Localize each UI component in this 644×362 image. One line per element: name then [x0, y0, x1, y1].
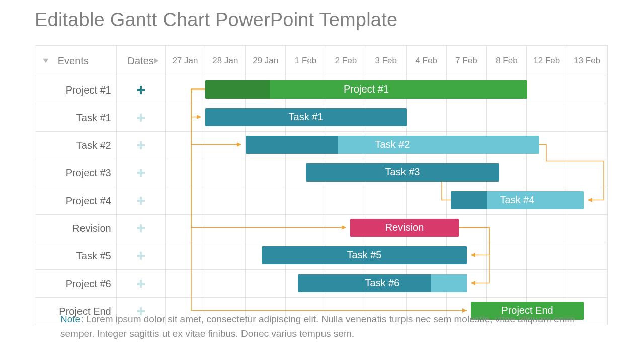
row-expand[interactable]	[117, 132, 166, 159]
row-expand[interactable]	[117, 242, 166, 269]
col-header-day: 28 Jan	[205, 46, 246, 76]
grid-cell	[246, 187, 286, 214]
gantt-bar-tail	[431, 274, 467, 292]
gantt-row: Revision	[35, 214, 607, 242]
row-expand[interactable]	[117, 215, 166, 242]
grid-cell	[166, 215, 206, 242]
gantt-bar[interactable]: Task #6	[298, 274, 467, 292]
plus-icon[interactable]	[136, 113, 145, 122]
plus-icon[interactable]	[136, 196, 145, 205]
gantt-bar-progress	[451, 191, 487, 209]
row-label: Project #4	[35, 187, 117, 214]
plus-icon[interactable]	[136, 168, 145, 177]
col-header-dates: Dates	[117, 46, 166, 76]
gantt-bar[interactable]: Project #1	[205, 80, 527, 99]
col-header-day: 1 Feb	[286, 46, 326, 76]
grid-cell	[205, 187, 246, 214]
row-label: Task #2	[35, 132, 117, 159]
plus-icon[interactable]	[136, 141, 145, 150]
chevron-down-icon[interactable]	[42, 57, 49, 64]
gantt-bar-label: Task #5	[347, 249, 382, 261]
col-header-events-label: Events	[58, 55, 89, 67]
grid-cell	[567, 132, 607, 159]
row-expand[interactable]	[117, 270, 166, 297]
grid-cell	[527, 215, 567, 242]
plus-icon[interactable]	[136, 251, 145, 260]
grid-cell	[205, 132, 246, 159]
footnote-body: Lorem ipsum dolor sit amet, consectetur …	[60, 314, 575, 339]
grid-cell	[527, 270, 567, 297]
grid-cell	[407, 104, 447, 131]
grid-cell	[407, 187, 447, 214]
grid-cell	[166, 104, 206, 131]
col-header-day: 2 Feb	[326, 46, 366, 76]
gantt-bar-progress	[246, 136, 338, 154]
gantt-bar-label: Task #2	[375, 139, 410, 150]
gantt-bar[interactable]: Task #3	[306, 163, 499, 182]
grid-cell	[246, 215, 286, 242]
row-label: Project #6	[35, 270, 117, 297]
col-header-day: 12 Feb	[527, 46, 567, 76]
grid-cell	[205, 215, 246, 242]
grid-cell	[205, 242, 246, 269]
grid-cell	[487, 242, 527, 269]
grid-cell	[286, 215, 326, 242]
gantt-bar-label: Task #1	[289, 111, 324, 123]
col-header-dates-label: Dates	[128, 55, 154, 67]
gantt-bar-label: Task #3	[385, 166, 420, 178]
gantt-bar-label: Task #6	[365, 277, 400, 289]
plus-icon[interactable]	[136, 224, 145, 233]
gantt-chart: Events Dates 27 Jan28 Jan29 Jan1 Feb2 Fe…	[35, 45, 608, 325]
grid-cell	[166, 132, 206, 159]
row-label: Revision	[35, 215, 117, 242]
row-label: Project #1	[35, 76, 117, 104]
grid-cell	[246, 270, 286, 297]
grid-cell	[326, 187, 366, 214]
grid-cell	[166, 159, 206, 187]
row-label: Task #5	[35, 242, 117, 269]
grid-cell	[487, 270, 527, 297]
grid-cell	[286, 187, 326, 214]
plus-icon[interactable]	[136, 279, 145, 288]
grid-cell	[567, 76, 607, 104]
gantt-bar[interactable]: Revision	[350, 219, 459, 237]
plus-icon[interactable]	[136, 85, 145, 95]
grid-cell	[166, 270, 206, 297]
grid-cell	[567, 159, 607, 187]
grid-cell	[567, 270, 607, 297]
col-header-day: 29 Jan	[246, 46, 286, 76]
grid-cell	[567, 104, 607, 131]
col-header-day: 27 Jan	[166, 46, 206, 76]
col-header-day: 4 Feb	[407, 46, 447, 76]
grid-cell	[527, 104, 567, 131]
gantt-bar[interactable]: Task #5	[262, 246, 467, 264]
grid-cell	[166, 76, 206, 104]
row-expand[interactable]	[117, 159, 166, 187]
chevron-right-icon[interactable]	[153, 57, 160, 64]
grid-cell	[527, 242, 567, 269]
grid-cell	[205, 270, 246, 297]
row-expand[interactable]	[117, 104, 166, 131]
grid-cell	[166, 242, 206, 269]
grid-cell	[366, 187, 407, 214]
row-label: Project #3	[35, 159, 117, 187]
col-header-day: 8 Feb	[487, 46, 527, 76]
grid-cell	[246, 159, 286, 187]
col-header-day: 13 Feb	[567, 46, 607, 76]
gantt-bar-label: Project #1	[344, 83, 389, 95]
grid-cell	[487, 215, 527, 242]
gantt-bar-label: Revision	[385, 222, 424, 233]
col-header-events: Events	[35, 46, 117, 76]
grid-cell	[567, 242, 607, 269]
row-expand[interactable]	[117, 187, 166, 214]
row-expand[interactable]	[117, 76, 166, 104]
grid-cell	[567, 215, 607, 242]
footnote-lead: Note:	[60, 314, 83, 324]
gantt-bar[interactable]: Task #4	[451, 191, 584, 209]
grid-cell	[205, 159, 246, 187]
gantt-bar[interactable]: Task #2	[246, 136, 539, 154]
gantt-bar-label: Task #4	[500, 194, 535, 206]
grid-cell	[166, 187, 206, 214]
gantt-bar[interactable]: Task #1	[205, 108, 407, 126]
col-header-day: 7 Feb	[447, 46, 487, 76]
